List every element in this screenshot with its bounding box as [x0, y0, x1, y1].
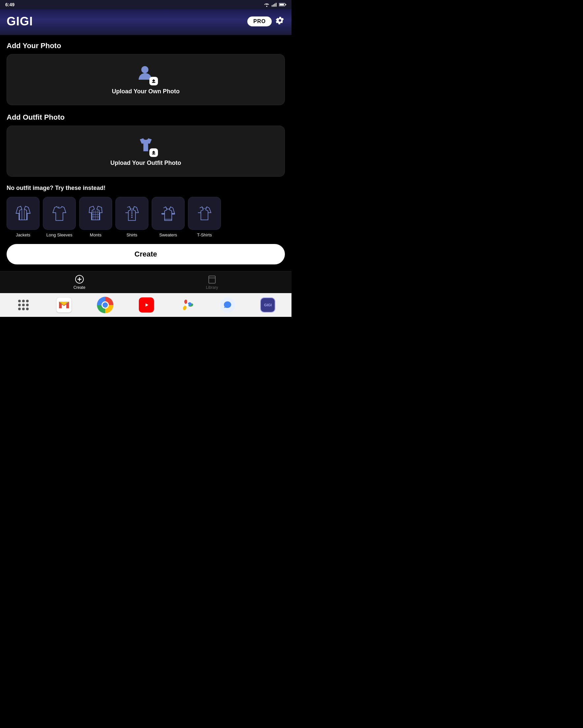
gmail-svg [58, 301, 70, 309]
nav-library[interactable]: Library [206, 275, 218, 290]
upload-arrow-badge [149, 77, 158, 85]
settings-button[interactable] [275, 16, 285, 28]
upload-photo-label: Upload Your Own Photo [112, 88, 179, 95]
main-content: Add Your Photo Upload Your Own Photo Add… [0, 35, 292, 271]
upload-outfit-label: Upload Your Outfit Photo [110, 160, 181, 166]
upload-outfit-icon-container [137, 136, 155, 155]
add-outfit-title: Add Outfit Photo [7, 113, 285, 122]
long-sleeves-icon [50, 204, 68, 222]
create-nav-icon [75, 275, 84, 284]
battery-icon [279, 3, 286, 7]
status-icons [264, 2, 286, 7]
jackets-icon [14, 204, 32, 222]
gmail-icon[interactable] [56, 297, 72, 313]
upload-photo-icon-container [137, 64, 155, 83]
category-label-t-shirts: T-Shirts [197, 232, 212, 237]
shirts-icon [123, 204, 141, 222]
svg-rect-2 [274, 4, 275, 7]
sweaters-icon [159, 204, 177, 222]
svg-marker-36 [146, 303, 148, 307]
header: GIGI PRO [0, 9, 292, 35]
svg-point-26 [132, 217, 132, 217]
svg-rect-33 [209, 276, 215, 283]
svg-rect-5 [280, 4, 284, 5]
status-bar: 6:49 [0, 0, 292, 9]
apps-grid-icon[interactable] [16, 297, 31, 313]
app-title: GIGI [7, 15, 33, 28]
category-label-jackets: Jackets [16, 232, 30, 237]
svg-point-23 [132, 210, 132, 211]
svg-rect-27 [164, 219, 172, 220]
t-shirts-icon [196, 204, 213, 222]
category-label-shirts: Shirts [126, 232, 137, 237]
monts-icon [87, 204, 104, 222]
category-item-jackets[interactable]: Jackets [7, 197, 40, 237]
library-nav-icon [207, 275, 217, 284]
svg-point-7 [142, 66, 149, 73]
category-box-jackets [7, 197, 40, 230]
svg-point-37 [185, 303, 188, 307]
svg-point-24 [132, 213, 132, 214]
category-item-sweaters[interactable]: Sweaters [152, 197, 185, 237]
google-photos-icon[interactable] [179, 297, 195, 313]
upload-outfit-box[interactable]: Upload Your Outfit Photo [7, 126, 285, 177]
no-outfit-text: No outfit image? Try these instead! [7, 185, 285, 191]
category-box-shirts [116, 197, 148, 230]
chrome-icon[interactable] [97, 297, 113, 313]
category-label-long-sleeves: Long Sleeves [47, 232, 73, 237]
category-item-shirts[interactable]: Shirts [116, 197, 148, 237]
create-button[interactable]: Create [7, 244, 285, 264]
svg-point-25 [132, 215, 132, 216]
nav-create[interactable]: Create [74, 275, 85, 290]
upload-photo-box[interactable]: Upload Your Own Photo [7, 54, 285, 105]
category-item-monts[interactable]: Monts [79, 197, 112, 237]
android-bar: GIGI [0, 293, 292, 317]
svg-rect-0 [272, 5, 272, 7]
gigi-app-icon[interactable]: GIGI [260, 297, 275, 313]
category-label-monts: Monts [90, 232, 101, 237]
svg-rect-1 [273, 4, 274, 7]
upload-outfit-arrow-badge [149, 148, 158, 157]
category-grid: Jackets Long Sleeves [7, 197, 285, 237]
youtube-icon[interactable] [139, 297, 154, 313]
category-label-sweaters: Sweaters [159, 232, 177, 237]
nav-create-label: Create [74, 285, 85, 290]
header-right: PRO [247, 16, 285, 28]
category-box-long-sleeves [43, 197, 76, 230]
gear-icon [275, 16, 285, 25]
bottom-nav: Create Library [0, 271, 292, 293]
category-item-long-sleeves[interactable]: Long Sleeves [43, 197, 76, 237]
category-box-monts [79, 197, 112, 230]
add-photo-title: Add Your Photo [7, 42, 285, 50]
category-box-t-shirts [188, 197, 221, 230]
category-box-sweaters [152, 197, 185, 230]
signal-icon [272, 2, 277, 7]
wifi-icon [264, 2, 270, 7]
svg-rect-6 [285, 4, 286, 5]
svg-rect-3 [276, 3, 276, 7]
pro-badge[interactable]: PRO [247, 17, 272, 26]
nav-library-label: Library [206, 285, 218, 290]
category-item-t-shirts[interactable]: T-Shirts [188, 197, 221, 237]
status-time: 6:49 [5, 2, 15, 7]
messages-icon[interactable] [220, 297, 235, 313]
